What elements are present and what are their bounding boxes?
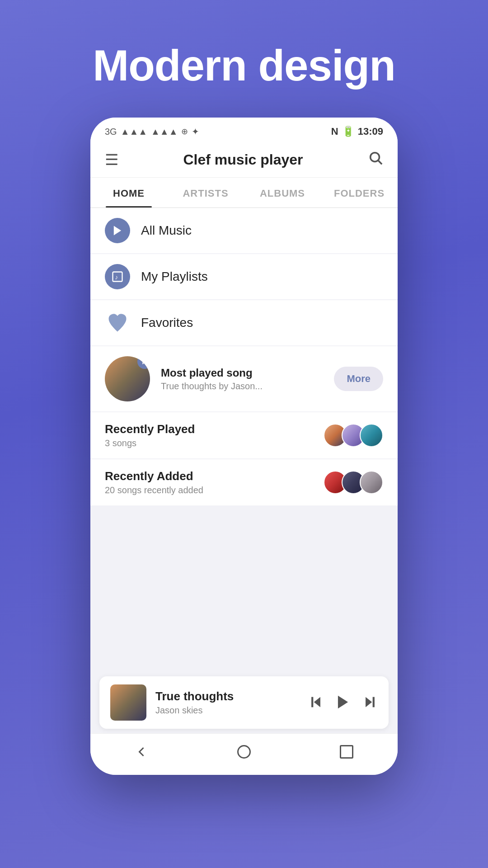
player-artist: Jason skies [155,705,299,716]
svg-text:♪: ♪ [115,274,118,281]
recently-played-thumbs [329,424,383,447]
tab-folders[interactable]: FOLDERS [321,178,398,208]
home-button[interactable] [236,744,252,761]
favorites-icon [105,310,130,335]
recently-played-section[interactable]: Recently Played 3 songs [90,412,398,458]
recently-added-section[interactable]: Recently Added 20 songs recently added [90,459,398,505]
content-spacer [90,506,398,524]
content-spacer-6 [90,597,398,615]
thumb-6 [360,471,383,494]
svg-rect-12 [340,746,352,758]
top-bar: ☰ Clef music player [90,142,398,178]
content-spacer-9 [90,651,398,669]
nav-bar [90,733,398,775]
overview-button[interactable] [338,744,355,761]
content-spacer-7 [90,615,398,633]
menu-button[interactable]: ☰ [105,151,118,169]
status-signal: 3G ▲▲▲ ▲▲▲ ⊕ ✦ [105,126,199,137]
skip-previous-button[interactable] [308,694,324,711]
tab-artists[interactable]: ARTISTS [167,178,244,208]
playlist-icon: ♪ [105,264,130,289]
my-playlists-label: My Playlists [141,269,208,284]
svg-rect-10 [373,697,375,707]
content-spacer-2 [90,524,398,542]
main-content: All Music ♪ My Playlists Favorites [90,208,398,733]
recently-added-subtitle: 20 songs recently added [105,485,322,495]
favorites-item[interactable]: Favorites [90,300,398,345]
all-music-item[interactable]: All Music [90,208,398,253]
all-music-label: All Music [141,223,192,238]
song-play-overlay [137,356,150,369]
recently-played-info: Recently Played 3 songs [105,422,322,448]
content-spacer-3 [90,542,398,561]
player-thumbnail [110,684,146,721]
recently-played-subtitle: 3 songs [105,438,322,448]
svg-marker-2 [114,226,121,236]
status-time: N 🔋 13:09 [331,126,383,137]
svg-marker-8 [338,695,348,708]
song-info: Most played song True thoughts by Jason.… [161,367,323,392]
content-spacer-8 [90,633,398,651]
content-spacer-5 [90,579,398,597]
phone-mockup: 3G ▲▲▲ ▲▲▲ ⊕ ✦ N 🔋 13:09 ☰ Clef music pl… [90,118,398,775]
skip-next-button[interactable] [362,694,378,711]
back-button[interactable] [133,744,150,761]
thumb-3 [360,424,383,447]
svg-marker-9 [366,697,372,707]
hero-title: Modern design [93,41,395,90]
svg-point-0 [371,153,380,162]
tab-albums[interactable]: ALBUMS [244,178,321,208]
svg-point-11 [238,746,250,758]
song-thumbnail [105,356,150,401]
most-played-subtitle: True thoughts by Jason... [161,381,323,392]
app-title: Clef music player [183,151,303,168]
player-controls [308,693,378,712]
svg-rect-7 [311,697,313,707]
most-played-title: Most played song [161,367,323,379]
player-info: True thoughts Jason skies [155,689,299,716]
player-title: True thoughts [155,689,299,703]
svg-line-1 [378,160,382,164]
play-pause-button[interactable] [334,693,352,712]
more-button[interactable]: More [334,367,383,391]
search-button[interactable] [368,150,383,169]
favorites-label: Favorites [141,316,193,330]
tab-home[interactable]: HOME [90,178,167,208]
tab-bar: HOME ARTISTS ALBUMS FOLDERS [90,178,398,208]
recently-added-info: Recently Added 20 songs recently added [105,469,322,495]
all-music-icon [105,218,130,243]
recently-added-thumbs [329,471,383,494]
content-spacer-4 [90,561,398,579]
my-playlists-item[interactable]: ♪ My Playlists [90,254,398,299]
recently-played-title: Recently Played [105,422,322,436]
svg-marker-5 [142,359,146,364]
most-played-section[interactable]: Most played song True thoughts by Jason.… [90,346,398,411]
status-bar: 3G ▲▲▲ ▲▲▲ ⊕ ✦ N 🔋 13:09 [90,118,398,142]
recently-added-title: Recently Added [105,469,322,483]
svg-marker-6 [314,697,320,707]
bottom-player: True thoughts Jason skies [99,676,389,729]
